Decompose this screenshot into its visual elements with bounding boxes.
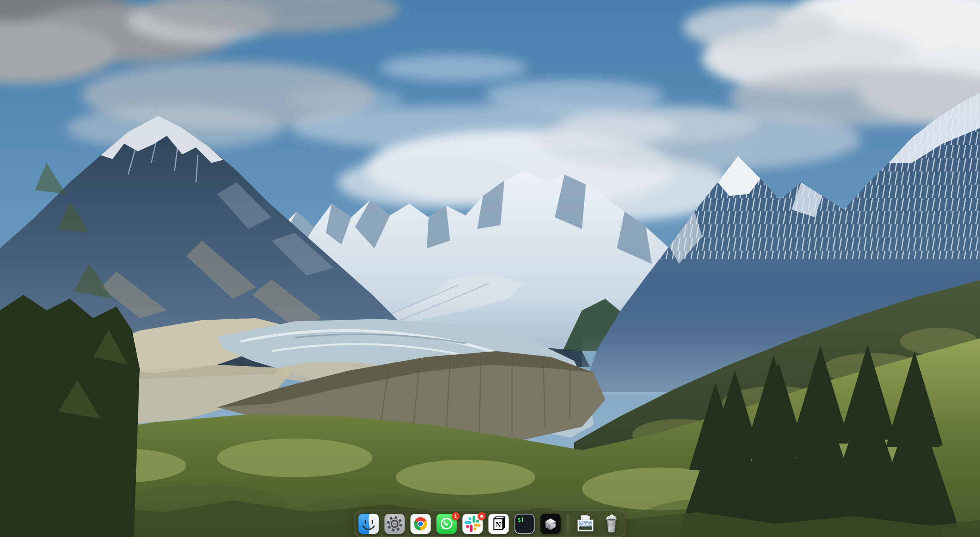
dock-item-notion[interactable]: N [488,514,509,534]
dock-item-terminal[interactable]: $ [514,514,535,534]
dock-item-finder[interactable] [358,514,379,534]
terminal-cursor [522,517,523,522]
chrome-icon [410,514,431,534]
dock-item-whatsapp[interactable]: 1 [436,514,457,534]
cursor-cube-icon [540,514,561,534]
dock-item-chrome[interactable] [410,514,431,534]
dock-item-system-settings[interactable] [384,514,405,534]
notion-icon: N [488,514,509,534]
dock: 1 N [354,511,626,537]
terminal-prompt-glyph: $ [518,517,521,523]
dock-item-slack[interactable] [462,514,483,534]
trash-full-icon [601,514,622,534]
screenshot-file-icon [575,514,596,534]
dock-item-trash[interactable] [601,514,622,534]
notion-n-glyph: N [496,521,501,529]
dock-item-cursor[interactable] [540,514,561,534]
desktop: 1 N [0,0,980,537]
slack-badge [478,512,486,520]
dock-item-screenshot-file[interactable] [575,514,596,534]
wallpaper-mountain-landscape [0,0,980,537]
gear-icon [384,514,405,534]
terminal-icon: $ [514,514,535,534]
whatsapp-badge: 1 [452,512,460,520]
dock-separator [568,514,568,534]
finder-icon [358,514,379,534]
